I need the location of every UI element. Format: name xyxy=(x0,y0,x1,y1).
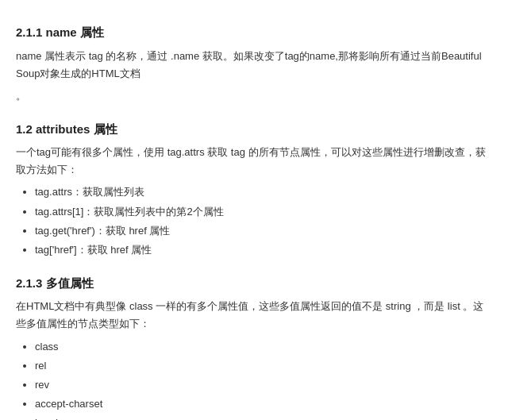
section-211: 2.1.1 name 属性 name 属性表示 tag 的名称，通过 .name… xyxy=(16,22,492,105)
section-212-list: tag.attrs：获取属性列表 tag.attrs[1]：获取属性列表中的第2… xyxy=(35,183,492,258)
list-item: rel xyxy=(35,357,492,375)
section-212-heading: 1.2 attributes 属性 xyxy=(16,119,492,140)
section-213-list: class rel rev accept-charset headers acc… xyxy=(35,338,492,420)
section-211-dot: 。 xyxy=(16,87,492,105)
list-item: headers xyxy=(35,414,492,420)
list-item: tag.attrs：获取属性列表 xyxy=(35,183,492,201)
list-item: tag.attrs[1]：获取属性列表中的第2个属性 xyxy=(35,203,492,221)
section-211-heading: 2.1.1 name 属性 xyxy=(16,22,492,43)
list-item: rev xyxy=(35,376,492,394)
list-item: class xyxy=(35,338,492,356)
list-item: accept-charset xyxy=(35,395,492,413)
section-212-text: 一个tag可能有很多个属性，使用 tag.attrs 获取 tag 的所有节点属… xyxy=(16,144,492,179)
page-content: 2.1.1 name 属性 name 属性表示 tag 的名称，通过 .name… xyxy=(16,22,492,420)
section-213-text: 在HTML文档中有典型像 class 一样的有多个属性值，这些多值属性返回的值不… xyxy=(16,298,492,333)
list-item: tag['href']：获取 href 属性 xyxy=(35,241,492,259)
list-item: tag.get('href')：获取 href 属性 xyxy=(35,222,492,240)
section-213-heading: 2.1.3 多值属性 xyxy=(16,273,492,294)
section-213: 2.1.3 多值属性 在HTML文档中有典型像 class 一样的有多个属性值，… xyxy=(16,273,492,420)
section-211-text: name 属性表示 tag 的名称，通过 .name 获取。如果改变了tag的n… xyxy=(16,48,492,83)
section-212: 1.2 attributes 属性 一个tag可能有很多个属性，使用 tag.a… xyxy=(16,119,492,259)
